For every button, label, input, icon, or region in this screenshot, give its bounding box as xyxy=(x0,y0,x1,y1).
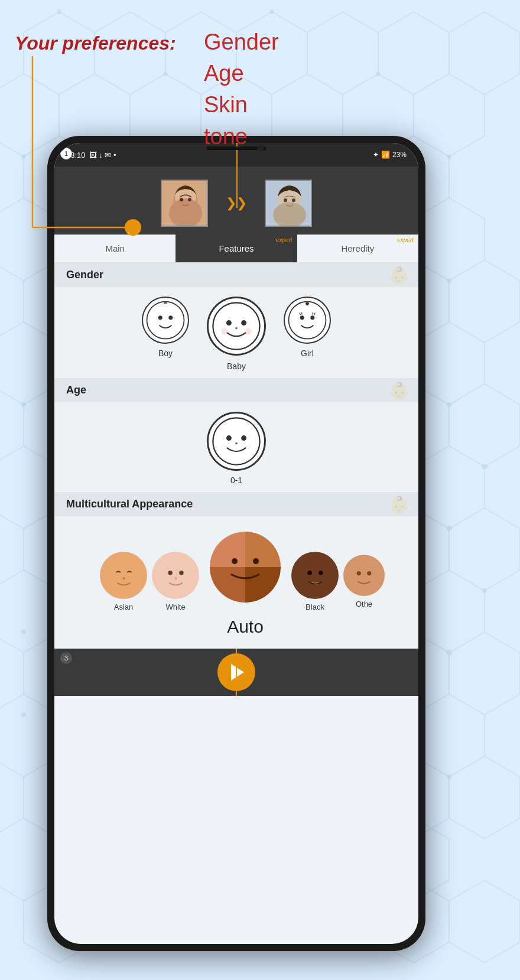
multi-slider-decoration: 👶 xyxy=(389,494,410,514)
tab-heredity[interactable]: Heredity expert xyxy=(297,235,418,262)
content-area: Gender 👶 xyxy=(54,263,418,649)
svg-marker-33 xyxy=(449,260,520,343)
svg-point-64 xyxy=(57,9,61,14)
svg-point-105 xyxy=(306,302,308,305)
svg-marker-6 xyxy=(449,12,520,95)
phone-frame: 13:10 🖼 ↓ ✉ • ✦ 📶 23% 1 xyxy=(47,136,425,951)
svg-point-67 xyxy=(376,71,381,76)
svg-point-97 xyxy=(168,315,173,320)
black-label: Black xyxy=(306,603,324,611)
skin-asian[interactable]: Asian xyxy=(100,552,147,611)
age-0-1-label: 0-1 xyxy=(230,476,242,485)
svg-point-80 xyxy=(21,712,26,717)
asian-label: Asian xyxy=(114,603,134,611)
age-slider-decoration: 👶 xyxy=(389,380,410,400)
age-face xyxy=(207,412,266,471)
svg-point-87 xyxy=(169,198,202,227)
parent-photo-right[interactable] xyxy=(265,180,312,227)
pref-skin: Skin tone xyxy=(204,89,279,152)
play-icon xyxy=(231,664,244,681)
auto-face xyxy=(204,526,287,608)
svg-point-123 xyxy=(344,555,384,595)
svg-marker-63 xyxy=(449,880,520,963)
svg-point-108 xyxy=(213,418,259,464)
svg-marker-13 xyxy=(414,74,485,157)
svg-point-107 xyxy=(310,315,314,320)
svg-point-125 xyxy=(367,571,371,575)
svg-point-73 xyxy=(447,402,451,407)
svg-point-104 xyxy=(289,302,326,339)
svg-point-120 xyxy=(294,554,336,596)
svg-marker-46 xyxy=(449,508,520,591)
age-section: 0-1 xyxy=(54,402,418,492)
svg-point-117 xyxy=(174,577,177,579)
svg-marker-7 xyxy=(0,74,59,157)
gender-girl[interactable]: Girl xyxy=(284,297,331,371)
svg-point-65 xyxy=(163,71,168,76)
header-vline xyxy=(236,143,238,208)
svg-point-109 xyxy=(226,435,232,441)
svg-point-96 xyxy=(158,315,162,320)
svg-point-121 xyxy=(307,571,312,575)
girl-label: Girl xyxy=(301,349,314,358)
white-face xyxy=(152,552,199,599)
svg-point-111 xyxy=(235,442,238,445)
black-face xyxy=(291,552,339,599)
gender-section: Boy xyxy=(54,287,418,378)
svg-point-110 xyxy=(241,435,246,441)
svg-point-116 xyxy=(179,571,184,575)
boy-face xyxy=(142,297,189,344)
preferences-list: Gender Age Skin tone xyxy=(204,27,279,152)
svg-point-99 xyxy=(226,320,232,325)
boy-label: Boy xyxy=(158,349,173,358)
svg-point-100 xyxy=(241,320,246,325)
svg-point-69 xyxy=(21,154,26,159)
svg-point-79 xyxy=(447,774,451,779)
tab-main[interactable]: Main xyxy=(54,235,176,262)
tabs: Main Features expert Heredity expert xyxy=(54,235,418,263)
auto-label: Auto xyxy=(227,617,264,637)
svg-point-88 xyxy=(180,198,183,201)
gender-baby[interactable]: Baby xyxy=(207,297,266,371)
baby-face xyxy=(207,297,266,356)
svg-marker-4 xyxy=(307,12,378,95)
age-0-1-item[interactable]: 0-1 xyxy=(207,412,266,485)
svg-point-94 xyxy=(292,198,295,202)
tab-features[interactable]: Features expert xyxy=(176,235,297,262)
parent-photo-left[interactable] xyxy=(161,180,208,227)
skin-black[interactable]: Black xyxy=(291,552,339,611)
wifi-icon: 📶 xyxy=(381,151,390,159)
gender-slider-decoration: 👶 xyxy=(389,265,410,285)
svg-point-119 xyxy=(253,558,259,564)
heredity-expert-label: expert xyxy=(397,237,414,243)
svg-point-76 xyxy=(482,588,487,593)
asian-face xyxy=(100,552,147,599)
white-label: White xyxy=(165,603,185,611)
svg-point-78 xyxy=(21,630,26,634)
baby-label: Baby xyxy=(227,362,246,371)
skin-other[interactable]: Othe xyxy=(343,555,385,608)
svg-point-106 xyxy=(300,315,304,320)
svg-point-114 xyxy=(154,554,196,596)
gender-section-header: Gender 👶 xyxy=(54,263,418,287)
bottom-nav: 3 xyxy=(54,649,418,696)
svg-marker-40 xyxy=(449,384,520,467)
svg-point-118 xyxy=(232,558,238,564)
phone-header: ❯❯ xyxy=(54,167,418,235)
skin-white[interactable]: White xyxy=(152,552,199,611)
svg-point-102 xyxy=(222,328,228,335)
multi-section: Asian xyxy=(54,516,418,649)
svg-marker-5 xyxy=(378,12,449,95)
status-icons: 🖼 ↓ ✉ • xyxy=(89,151,116,159)
other-face xyxy=(343,555,385,596)
svg-point-75 xyxy=(446,526,452,532)
battery: 23% xyxy=(392,151,407,159)
svg-point-72 xyxy=(482,464,488,470)
svg-point-95 xyxy=(147,302,184,339)
svg-point-124 xyxy=(357,571,361,575)
skin-auto[interactable]: Auto xyxy=(204,526,287,637)
features-expert-label: expert xyxy=(276,237,292,243)
badge-3: 3 xyxy=(60,652,72,664)
svg-point-89 xyxy=(188,198,191,201)
gender-boy[interactable]: Boy xyxy=(142,297,189,371)
